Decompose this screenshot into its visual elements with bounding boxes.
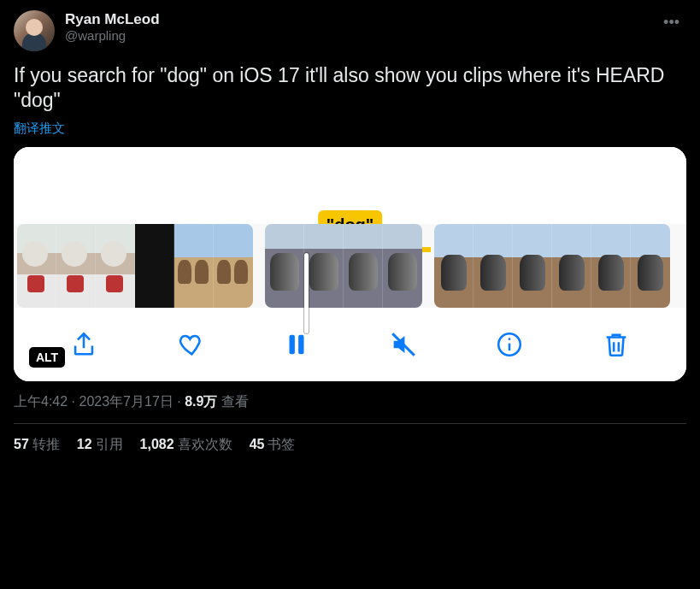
like-button[interactable] [172,326,209,363]
views-count: 8.9万 [185,394,217,409]
delete-button[interactable] [597,326,635,363]
mute-button[interactable] [385,326,422,363]
pause-icon [282,330,311,359]
video-timeline[interactable] [14,224,686,308]
engagement-stats: 57转推 12引用 1,082喜欢次数 45书签 [14,436,686,454]
timestamp[interactable]: 上午4:42 [14,394,68,409]
clip-thumbnail[interactable] [265,224,422,308]
quotes-stat[interactable]: 12引用 [77,436,123,454]
media-toolbar [14,308,686,381]
likes-stat[interactable]: 1,082喜欢次数 [140,436,232,454]
translate-link[interactable]: 翻译推文 [14,121,686,137]
svg-rect-1 [298,335,303,355]
more-options-button[interactable]: ••• [656,10,686,35]
share-icon [69,330,98,359]
display-name[interactable]: Ryan McLeod [65,10,646,28]
trash-icon [602,330,631,359]
playhead[interactable] [304,253,309,333]
heart-icon [176,330,205,359]
tweet-metadata: 上午4:42 · 2023年7月17日 · 8.9万 查看 [14,393,686,411]
info-button[interactable] [491,326,528,363]
svg-rect-0 [290,335,295,355]
retweets-stat[interactable]: 57转推 [14,436,60,454]
info-icon [495,330,524,359]
bookmarks-stat[interactable]: 45书签 [250,436,296,454]
share-button[interactable] [65,326,103,363]
date[interactable]: 2023年7月17日 [79,394,173,409]
divider [14,423,686,424]
clip-thumbnail[interactable] [17,224,253,308]
views-label: 查看 [221,394,249,409]
speaker-muted-icon [389,330,418,359]
svg-point-5 [509,338,511,340]
media-attachment[interactable]: "dog" [14,147,686,381]
alt-badge[interactable]: ALT [29,347,65,368]
pause-button[interactable] [278,326,315,363]
user-handle[interactable]: @warpling [65,28,646,44]
clip-thumbnail[interactable] [434,224,670,308]
tweet-text: If you search for "dog" on iOS 17 it'll … [14,63,686,114]
avatar[interactable] [14,10,55,51]
